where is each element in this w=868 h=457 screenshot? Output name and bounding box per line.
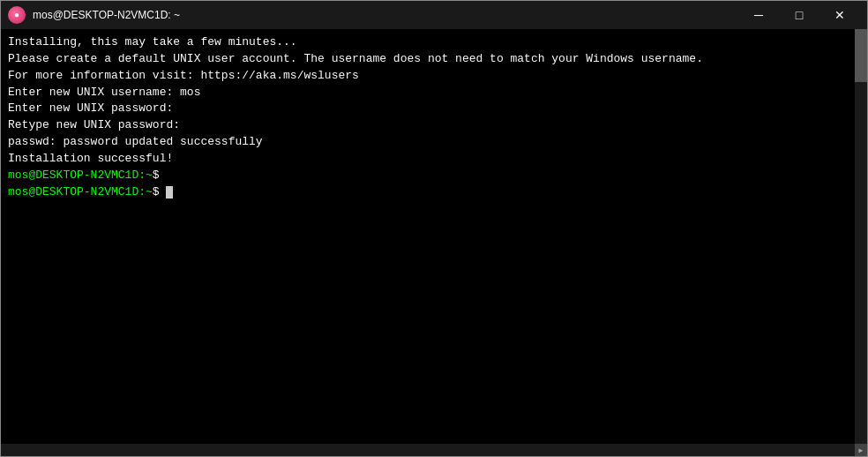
term-line: For more information visit: https://aka.… <box>8 68 860 85</box>
minimize-button[interactable]: ─ <box>738 1 779 29</box>
close-button[interactable]: ✕ <box>819 1 860 29</box>
cursor <box>166 186 173 199</box>
term-line: Enter new UNIX password: <box>8 101 860 117</box>
term-line: Installation successful! <box>8 151 860 168</box>
maximize-button[interactable]: □ <box>779 1 819 29</box>
window-title: mos@DESKTOP-N2VMC1D: ~ <box>33 9 180 21</box>
title-bar: ● mos@DESKTOP-N2VMC1D: ~ ─ □ ✕ <box>1 1 867 29</box>
prompt-green-2: mos@DESKTOP-N2VMC1D: <box>8 185 146 199</box>
term-line-active: mos@DESKTOP-N2VMC1D:~$ <box>8 184 860 201</box>
app-icon: ● <box>8 6 26 24</box>
terminal-body[interactable]: Installing, this may take a few minutes.… <box>1 29 867 444</box>
title-bar-left: ● mos@DESKTOP-N2VMC1D: ~ <box>8 6 180 24</box>
term-line: Please create a default UNIX user accoun… <box>8 51 860 68</box>
title-bar-buttons: ─ □ ✕ <box>738 1 860 29</box>
prompt-green: mos@DESKTOP-N2VMC1D: <box>8 169 146 182</box>
prompt-tilde: ~ <box>146 169 153 182</box>
prompt-dollar: $ <box>153 169 167 182</box>
prompt-dollar-2: $ <box>153 185 167 199</box>
terminal-output: Installing, this may take a few minutes.… <box>8 34 860 200</box>
term-line: passwd: password updated successfully <box>8 134 860 151</box>
prompt-tilde-2: ~ <box>146 185 153 199</box>
term-line: Installing, this may take a few minutes.… <box>8 34 860 51</box>
scrollbar-thumb[interactable] <box>855 29 867 82</box>
term-line: Retype new UNIX password: <box>8 117 860 134</box>
bottom-scrollbar[interactable]: ▶ <box>1 444 867 456</box>
term-line: mos@DESKTOP-N2VMC1D:~$ <box>8 168 860 184</box>
term-line: Enter new UNIX username: mos <box>8 85 860 101</box>
scrollbar[interactable] <box>855 29 867 444</box>
terminal-window: ● mos@DESKTOP-N2VMC1D: ~ ─ □ ✕ Installin… <box>0 0 868 457</box>
app-icon-symbol: ● <box>14 11 19 20</box>
scroll-right-btn[interactable]: ▶ <box>855 444 867 456</box>
